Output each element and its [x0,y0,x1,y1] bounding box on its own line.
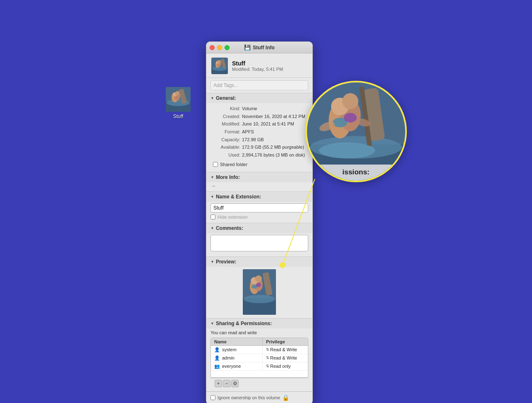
users-icon: 👥 [214,364,220,369]
title-bar: 💾 Stuff Info [206,42,312,53]
comments-body [206,233,312,256]
file-thumbnail [211,58,228,74]
svg-point-39 [319,142,375,159]
triangle-icon: ▼ [210,321,214,326]
shared-folder-row: Shared folder [212,159,307,169]
ignore-ownership-row: Ignore ownership on this volume [210,395,280,400]
section-sharing: ▼ Sharing & Permissions: You can read an… [206,318,312,391]
title-icon: 💾 [244,44,251,51]
format-value: APFS [242,128,254,136]
name-input[interactable] [210,203,308,212]
kind-label: Kind: [212,105,240,113]
triangle-icon: ▼ [210,260,214,264]
perm-priv-system[interactable]: ⇅ Read & Write [262,346,308,353]
modified-row: Modified: June 10, 2021 at 5:41 PM [212,120,307,128]
maximize-button[interactable] [225,45,230,50]
modified-label: Modified: [212,120,240,128]
section-header-general[interactable]: ▼ General: [206,93,312,103]
more-info-value: -- [212,183,215,188]
user-icon: 👤 [214,347,220,352]
capacity-row: Capacity: 172.98 GB [212,136,307,144]
ignore-ownership-checkbox[interactable] [210,395,215,400]
perm-priv-everyone[interactable]: ⇅ Read only [262,362,308,370]
lock-icon[interactable]: 🔒 [282,394,289,401]
svg-point-36 [344,113,357,123]
perm-priv-admin-value: Read & Write [270,355,297,360]
perm-name-everyone-label: everyone [222,364,241,369]
close-button[interactable] [210,45,215,50]
can-read-write: You can read and write [210,330,308,335]
section-header-name-extension[interactable]: ▼ Name & Extension: [206,192,312,202]
section-comments: ▼ Comments: [206,223,312,256]
svg-point-15 [218,60,221,63]
shared-folder-checkbox[interactable] [213,162,218,167]
section-general-label: General: [216,95,236,101]
hide-extension-checkbox[interactable] [210,215,215,220]
section-header-sharing[interactable]: ▼ Sharing & Permissions: [206,319,312,328]
arrows-updown-icon: ⇅ [266,347,269,352]
preview-image [243,269,276,315]
permissions-table: Name Privilege 👤 system ⇅ Read & Write [210,338,308,378]
minimize-button[interactable] [217,45,222,50]
perm-name-system: 👤 system [211,346,262,354]
section-sharing-label: Sharing & Permissions: [216,321,272,326]
tags-field[interactable]: Add Tags... [210,80,308,90]
file-modified: Modified: Today, 5:41 PM [232,67,283,72]
gear-button[interactable]: ⚙ [231,380,239,387]
remove-permission-button[interactable]: − [223,380,230,387]
section-general: ▼ General: Kind: Volume Created: Novembe… [206,93,312,172]
file-info: Stuff Modified: Today, 5:41 PM [232,60,283,72]
used-row: Used: 2,994,176 bytes (3 MB on disk) [212,151,307,159]
perm-row-system: 👤 system ⇅ Read & Write [211,346,308,354]
section-general-body: Kind: Volume Created: November 16, 2020 … [206,103,312,172]
desktop-icon-label: Stuff [173,113,183,119]
available-value: 172.9 GB (55.2 MB purgeable) [242,143,304,151]
created-row: Created: November 16, 2020 at 4:12 PM [212,113,307,121]
traffic-lights [210,45,230,50]
perm-name-admin: 👤 admin [211,354,262,362]
section-preview-label: Preview: [216,259,236,265]
capacity-value: 172.98 GB [242,136,264,144]
file-name: Stuff [232,60,283,67]
kind-value: Volume [242,105,257,113]
window-title: 💾 Stuff Info [244,44,275,51]
desktop-icon-stuff[interactable]: Stuff [162,87,195,119]
perm-row-everyone: 👥 everyone ⇅ Read only [211,362,308,371]
section-header-preview[interactable]: ▼ Preview: [206,257,312,267]
perm-priv-admin[interactable]: ⇅ Read & Write [262,354,308,362]
add-permission-button[interactable]: + [215,380,222,387]
available-label: Available: [212,143,240,151]
section-header-comments[interactable]: ▼ Comments: [206,223,312,233]
section-header-more-info[interactable]: ▼ More Info: [206,172,312,182]
perm-name-admin-label: admin [222,355,235,360]
svg-point-34 [342,93,358,109]
used-value: 2,994,176 bytes (3 MB on disk) [242,151,305,159]
hide-extension-row: Hide extension [210,215,308,220]
preview-body [206,267,312,318]
perm-name-everyone: 👥 everyone [211,362,262,370]
sharing-body: You can read and write Name Privilege 👤 … [206,328,312,391]
section-name-extension-label: Name & Extension: [216,194,261,200]
section-name-extension: ▼ Name & Extension: Hide extension [206,191,312,223]
perm-priv-everyone-value: Read only [270,364,291,369]
comments-textarea[interactable] [210,235,308,251]
kind-row: Kind: Volume [212,105,307,113]
info-window: 💾 Stuff Info Stuff Modified: Today, 5:41… [206,41,313,403]
user-icon: 👤 [214,355,220,361]
permissions-toolbar: + − ⚙ [210,378,308,389]
perm-row-empty [211,371,308,377]
perm-priv-system-value: Read & Write [270,347,297,352]
magnify-inner: issions: [307,82,405,181]
section-more-info-label: More Info: [216,174,240,180]
title-text: Stuff Info [253,45,275,51]
triangle-icon: ▼ [210,96,214,100]
format-row: Format: APFS [212,128,307,136]
shared-folder-label: Shared folder [220,161,247,169]
magnify-circle: issions: [305,81,407,182]
used-label: Used: [212,151,240,159]
triangle-icon: ▼ [210,226,214,230]
more-info-body: -- [206,182,312,191]
perm-header-privilege: Privilege [262,338,308,345]
triangle-icon: ▼ [210,195,214,199]
perm-row-admin: 👤 admin ⇅ Read & Write [211,354,308,362]
